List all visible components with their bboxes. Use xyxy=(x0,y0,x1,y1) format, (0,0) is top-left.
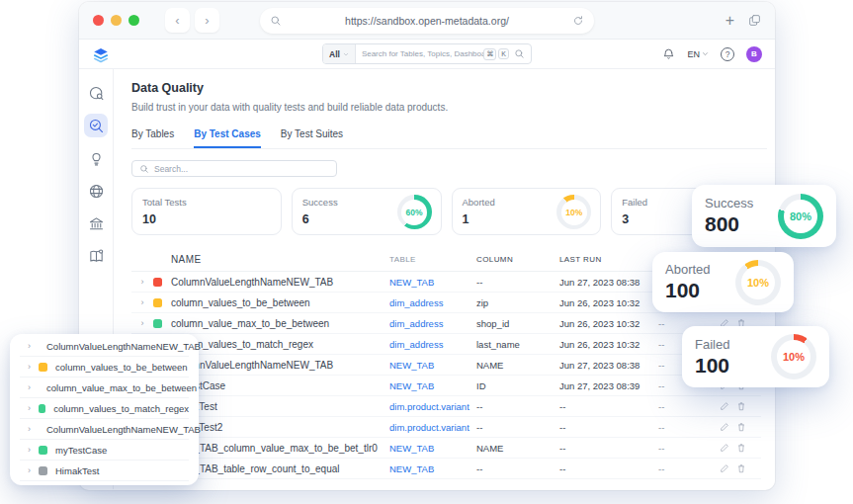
address-bar[interactable]: https://sandbox.open-metadata.org/ xyxy=(260,8,594,34)
close-window-icon[interactable] xyxy=(93,15,104,26)
sidebar-item-govern[interactable] xyxy=(84,211,108,235)
globe-icon xyxy=(88,183,105,200)
table-link[interactable]: NEW_TAB xyxy=(389,277,434,288)
table-link[interactable]: NEW_TAB xyxy=(389,360,434,371)
column-value: -- xyxy=(476,422,559,433)
edit-icon[interactable] xyxy=(720,463,729,473)
test-name[interactable]: NEW_TAB_table_row_count_to_equal xyxy=(171,463,389,474)
url-text[interactable]: https://sandbox.open-metadata.org/ xyxy=(282,15,572,27)
resolution-value: -- xyxy=(658,360,664,371)
test-name[interactable]: column_values_to_be_between xyxy=(55,362,188,373)
expand-row-chevron-icon[interactable]: › xyxy=(28,362,31,372)
minimize-window-icon[interactable] xyxy=(111,15,122,26)
expand-row-chevron-icon[interactable]: › xyxy=(28,465,31,475)
table-row: › HimakTest2 dim.product.variant -- -- -… xyxy=(131,417,761,438)
test-status-icon xyxy=(39,466,47,475)
tab-by-test-cases[interactable]: By Test Cases xyxy=(194,128,261,148)
column-value: -- xyxy=(476,463,559,474)
last-run-value: -- xyxy=(559,401,658,412)
edit-icon[interactable] xyxy=(720,401,729,411)
global-search-input[interactable]: Search for Tables, Topics, Dashboards, P… xyxy=(356,49,483,58)
edit-icon[interactable] xyxy=(720,422,729,432)
zoom-window-icon[interactable] xyxy=(128,15,139,26)
reload-icon[interactable] xyxy=(572,15,584,27)
user-avatar[interactable]: B xyxy=(746,46,762,62)
delete-icon[interactable] xyxy=(736,463,746,473)
popup-list-item: › column_values_to_match_regex xyxy=(20,398,189,419)
notifications-bell-icon[interactable] xyxy=(662,47,675,60)
test-name[interactable]: column_values_to_match_regex xyxy=(53,403,189,414)
test-name[interactable]: ColumnValueLengthNameNEW_TAB xyxy=(171,277,389,288)
delete-icon[interactable] xyxy=(736,401,746,411)
test-name[interactable]: HimakTest xyxy=(171,401,389,412)
sidebar-item-insights[interactable] xyxy=(84,146,108,170)
language-dropdown[interactable]: EN xyxy=(687,49,709,59)
expand-row-chevron-icon[interactable]: › xyxy=(131,318,153,328)
resolution-value: -- xyxy=(658,380,664,391)
browser-chrome: ‹ › https://sandbox.open-metadata.org/ + xyxy=(79,2,775,40)
column-value: NAME xyxy=(476,360,559,371)
test-name[interactable]: NEW_TAB_column_value_max_to_be_bet_tlr0 xyxy=(171,443,389,454)
table-row: › myTestCase NEW_TAB ID Jun 27, 2023 08:… xyxy=(131,376,761,396)
back-button[interactable]: ‹ xyxy=(165,8,190,33)
col-header-table: TABLE xyxy=(389,255,476,264)
table-link[interactable]: dim_address xyxy=(389,318,443,329)
test-name[interactable]: myTestCase xyxy=(55,445,107,456)
column-value: zip xyxy=(476,297,559,308)
stat-label: Total Tests xyxy=(142,197,271,208)
table-link[interactable]: dim_address xyxy=(389,297,443,308)
table-link[interactable]: dim.product.variant xyxy=(389,401,469,412)
popup-list-item: › HimakTest xyxy=(20,461,189,481)
test-name[interactable]: ColumnValueLengthNameNEW_TAB xyxy=(46,341,201,352)
column-value: NAME xyxy=(476,443,559,454)
tab-by-test-suites[interactable]: By Test Suites xyxy=(281,128,343,148)
expand-row-chevron-icon[interactable]: › xyxy=(131,277,153,287)
bank-icon xyxy=(88,215,105,232)
expand-row-chevron-icon[interactable]: › xyxy=(28,445,31,455)
app-header: All Search for Tables, Topics, Dashboard… xyxy=(79,40,775,69)
help-button[interactable]: ? xyxy=(721,47,734,61)
delete-icon[interactable] xyxy=(736,443,746,453)
sidebar-item-data-quality[interactable] xyxy=(84,114,108,137)
table-link[interactable]: dim.product.variant xyxy=(389,422,469,433)
tab-overview-icon[interactable] xyxy=(748,14,761,27)
success-callout-donut: 80% xyxy=(778,194,823,239)
test-search-input[interactable]: Search... xyxy=(131,160,337,177)
column-value: -- xyxy=(476,401,559,412)
delete-icon[interactable] xyxy=(736,422,746,432)
new-tab-button[interactable]: + xyxy=(725,12,734,30)
chevron-down-icon xyxy=(702,50,709,57)
table-link[interactable]: NEW_TAB xyxy=(389,463,434,474)
table-link[interactable]: NEW_TAB xyxy=(389,380,434,391)
expand-row-chevron-icon[interactable]: › xyxy=(28,382,31,392)
table-link[interactable]: NEW_TAB xyxy=(389,443,434,454)
test-name[interactable]: column_value_max_to_be_between xyxy=(46,382,197,393)
shortcut-letter-key: K xyxy=(498,48,509,59)
test-name[interactable]: column_values_to_be_between xyxy=(171,297,389,308)
expand-row-chevron-icon[interactable]: › xyxy=(28,403,31,413)
openmetadata-logo[interactable] xyxy=(92,45,110,63)
test-name[interactable]: HimakTest2 xyxy=(171,422,389,433)
test-name[interactable]: column_value_max_to_be_between xyxy=(171,318,389,329)
tab-by-tables[interactable]: By Tables xyxy=(131,128,174,148)
column-value: ID xyxy=(476,380,559,391)
expand-row-chevron-icon[interactable]: › xyxy=(28,424,31,434)
col-header-last-run: LAST RUN xyxy=(559,255,658,264)
test-name[interactable]: column_values_to_match_regex xyxy=(171,339,389,350)
test-name[interactable]: ColumnValueLengthNameNEW_TAB xyxy=(46,424,201,435)
success-donut: 60% xyxy=(397,195,432,229)
sidebar-item-glossary[interactable] xyxy=(84,244,108,268)
test-name[interactable]: myTestCase xyxy=(171,380,389,391)
expand-row-chevron-icon[interactable]: › xyxy=(131,297,153,307)
test-name[interactable]: ColumnValueLengthNameNEW_TAB xyxy=(171,360,389,371)
expand-row-chevron-icon[interactable]: › xyxy=(28,341,31,351)
table-link[interactable]: dim_address xyxy=(389,339,443,350)
test-name[interactable]: HimakTest xyxy=(55,465,99,476)
sidebar-item-domains[interactable] xyxy=(84,179,108,203)
forward-button[interactable]: › xyxy=(195,8,219,33)
resolution-value: -- xyxy=(658,443,664,454)
global-search-bar[interactable]: All Search for Tables, Topics, Dashboard… xyxy=(322,43,532,64)
search-filter-dropdown[interactable]: All xyxy=(323,44,356,63)
sidebar-item-explore[interactable] xyxy=(84,81,108,105)
edit-icon[interactable] xyxy=(720,443,729,453)
